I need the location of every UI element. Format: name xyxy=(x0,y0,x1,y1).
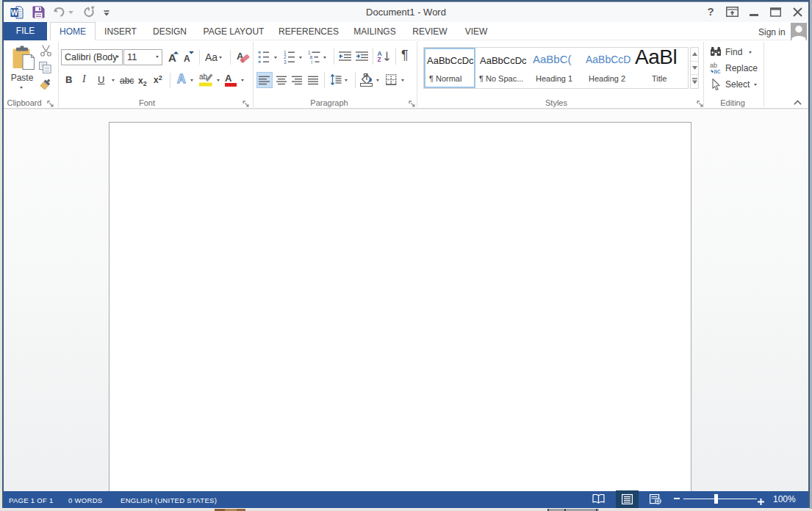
svg-text:Z: Z xyxy=(378,56,381,62)
svg-text:W: W xyxy=(11,9,18,17)
svg-text:3: 3 xyxy=(284,59,287,65)
svg-text:i: i xyxy=(312,59,312,65)
svg-text:ac: ac xyxy=(714,68,721,74)
